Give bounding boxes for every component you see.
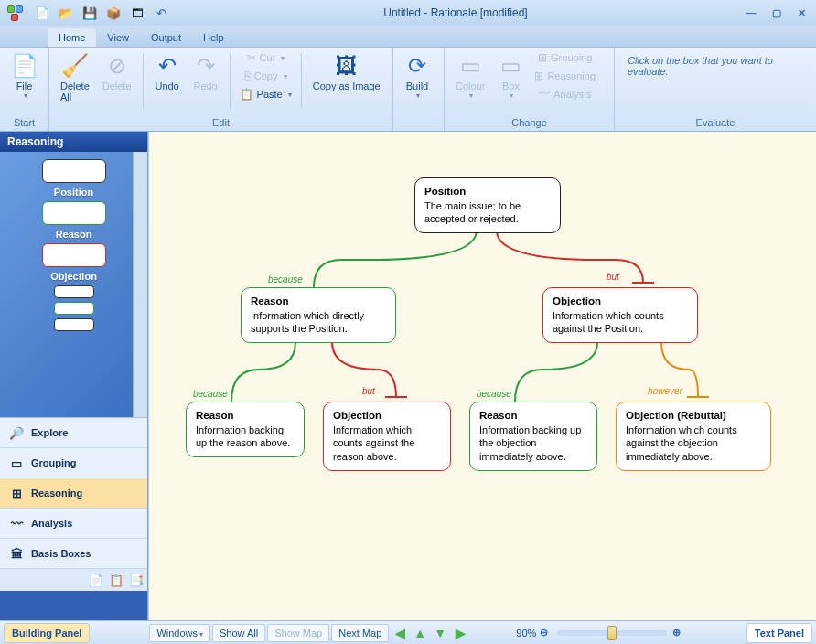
node-position[interactable]: PositionThe main issue; to be accepted o… [414, 177, 561, 233]
zoom-thumb[interactable] [607, 626, 617, 640]
package-icon[interactable]: 📦 [104, 4, 123, 22]
scissors-icon: ✂ [247, 50, 256, 65]
windows-button[interactable]: Windows [149, 624, 210, 642]
node-reason-1[interactable]: ReasonInformation which directly support… [241, 287, 396, 343]
node-objection-1[interactable]: ObjectionInformation which counts agains… [542, 287, 698, 343]
grouping-button[interactable]: ⊞Grouping [531, 49, 599, 66]
tab-help[interactable]: Help [192, 28, 235, 47]
shape-objection[interactable] [42, 243, 106, 267]
copy-as-image-button[interactable]: 🖼Copy as Image [307, 49, 386, 93]
tab-home[interactable]: Home [48, 28, 96, 47]
label-because-2: because [193, 389, 228, 399]
sidebar-item-analysis[interactable]: 〰Analysis [0, 509, 147, 539]
label-but-1: but [607, 272, 619, 282]
group-evaluate-label: Evaluate [620, 117, 811, 130]
node-reason-2[interactable]: ReasonInformation backing up the reason … [186, 402, 305, 457]
show-all-button[interactable]: Show All [212, 624, 265, 642]
shape-position[interactable] [42, 159, 106, 183]
building-panel-button[interactable]: Building Panel [4, 623, 90, 643]
delete-button[interactable]: ⊘Delete [97, 49, 137, 93]
scrollbar-thumb[interactable] [135, 170, 145, 216]
new-file-icon[interactable]: 📄 [33, 4, 51, 22]
colour-button[interactable]: ▭Colour [450, 49, 490, 102]
footer-icon-1[interactable]: 📄 [89, 573, 103, 587]
box-button[interactable]: ▭Box [492, 49, 529, 102]
undo-icon[interactable]: ↶ [152, 4, 170, 22]
node-objection-2[interactable]: ObjectionInformation which counts agains… [323, 402, 451, 471]
text-panel-button[interactable]: Text Panel [746, 623, 812, 643]
clipboard-icon: 📋 [240, 87, 253, 102]
grouping-icon: ⊞ [538, 50, 547, 65]
broom-icon: 🧹 [61, 51, 89, 80]
canvas[interactable]: PositionThe main issue; to be accepted o… [148, 132, 816, 620]
globe-icon: 🔎 [9, 425, 24, 440]
status-bar: Building Panel Windows Show All Show Map… [0, 620, 816, 644]
tab-view[interactable]: View [96, 28, 140, 47]
build-button[interactable]: ⟳Build [399, 49, 435, 102]
redo-button[interactable]: ↷Redo [188, 49, 224, 93]
pillar-icon: 🏛 [9, 546, 24, 561]
footer-icon-2[interactable]: 📋 [109, 573, 123, 587]
evaluate-hint: Click on the box that you want to evalua… [620, 49, 783, 82]
zoom-out-icon[interactable]: ⊖ [540, 627, 548, 639]
reasoning-button[interactable]: ⊞Reasoning [531, 68, 599, 84]
sidebar-item-reasoning[interactable]: ⊞Reasoning [0, 478, 147, 509]
x-circle-icon: ⊘ [108, 51, 126, 80]
node-reason-3[interactable]: ReasonInformation backing up the objecti… [469, 402, 597, 471]
open-folder-icon[interactable]: 📂 [57, 4, 75, 22]
nav-right-icon[interactable]: ▶ [451, 624, 469, 642]
shape-reason[interactable] [42, 201, 106, 225]
box-icon-ribbon: ▭ [500, 51, 521, 80]
sidebar-item-basis[interactable]: 🏛Basis Boxes [0, 539, 147, 569]
copy-button[interactable]: ⎘Copy [236, 68, 295, 84]
sidebar-item-grouping[interactable]: ▭Grouping [0, 448, 147, 478]
zoom-label: 90% [516, 628, 536, 639]
footer-icon-3[interactable]: 📑 [129, 573, 144, 587]
app-icon [4, 2, 26, 24]
maximize-button[interactable]: ▢ [767, 5, 787, 20]
next-map-button[interactable]: Next Map [331, 624, 389, 642]
nav-down-icon[interactable]: ▼ [431, 624, 449, 642]
label-because-1: because [268, 274, 303, 284]
node-objection-rebuttal[interactable]: Objection (Rebuttal)Information which co… [616, 402, 771, 471]
reasoning-icon: ⊞ [534, 69, 543, 83]
sidebar: Reasoning Position Reason Objection 🔎Exp… [0, 132, 148, 620]
ribbon-tabs: Home View Output Help [0, 26, 816, 48]
analysis-button[interactable]: 〰Analysis [531, 86, 599, 102]
label-but-2: but [362, 386, 375, 396]
window-icon[interactable]: 🗔 [128, 4, 146, 22]
group-start-label: Start [5, 117, 43, 130]
image-icon: 🖼 [336, 51, 358, 80]
file-icon: 📄 [11, 51, 38, 80]
sidebar-item-explore[interactable]: 🔎Explore [0, 418, 147, 448]
save-icon[interactable]: 💾 [81, 4, 99, 22]
zoom-slider[interactable] [557, 630, 667, 636]
nav-up-icon[interactable]: ▲ [411, 624, 429, 642]
quick-access-toolbar: 📄 📂 💾 📦 🗔 ↶ [33, 4, 170, 22]
wave-icon: 〰 [9, 516, 24, 531]
undo-button[interactable]: ↶Undo [149, 49, 186, 93]
zoom-in-icon[interactable]: ⊕ [672, 627, 681, 639]
ribbon: 📄File Start 🧹Delete All ⊘Delete ↶Undo ↷R… [0, 48, 816, 132]
shape-mini-1[interactable] [54, 285, 94, 298]
delete-all-button[interactable]: 🧹Delete All [55, 49, 95, 104]
shape-mini-2[interactable] [54, 302, 94, 315]
sidebar-footer: 📄 📋 📑 [0, 569, 147, 591]
cut-button[interactable]: ✂Cut [236, 49, 295, 66]
group-change-label: Change [450, 117, 608, 130]
tree-icon: ⊞ [9, 486, 24, 500]
nav-left-icon[interactable]: ◀ [391, 624, 409, 642]
analysis-icon: 〰 [539, 87, 550, 102]
file-button[interactable]: 📄File [5, 49, 43, 102]
sidebar-title: Reasoning [0, 132, 147, 152]
tab-output[interactable]: Output [140, 28, 192, 47]
sidebar-shapes-panel: Position Reason Objection [0, 152, 147, 417]
shape-mini-3[interactable] [54, 318, 94, 331]
window-title: Untitled - Rationale [modified] [383, 6, 527, 19]
group-edit-label: Edit [55, 117, 387, 130]
redo-arrow-icon: ↷ [197, 51, 215, 80]
paste-button[interactable]: 📋Paste [236, 86, 295, 102]
show-map-button[interactable]: Show Map [267, 624, 329, 642]
minimize-button[interactable]: — [741, 5, 761, 20]
close-button[interactable]: ✕ [792, 5, 812, 20]
